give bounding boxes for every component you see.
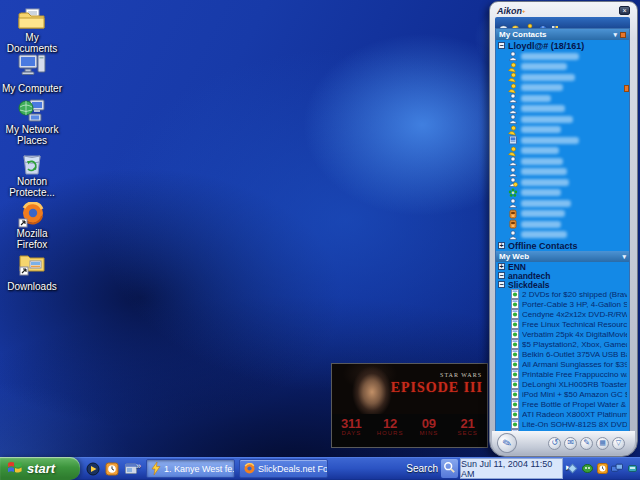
network-icon[interactable] bbox=[611, 463, 623, 475]
feed-item-title: Printable Free Frappuccino w/ ... bbox=[522, 370, 627, 379]
compose-icon[interactable]: ✎ bbox=[580, 437, 593, 450]
contact-row[interactable] bbox=[496, 135, 629, 146]
feed-item-title: DeLonghi XLH005RB Toaster O... bbox=[522, 380, 627, 389]
contact-list bbox=[496, 51, 629, 240]
contact-row[interactable] bbox=[496, 93, 629, 104]
diamond-icon[interactable] bbox=[566, 463, 578, 475]
feed-item[interactable]: Free Linux Technical Resource ... bbox=[496, 319, 629, 329]
feed-item[interactable]: 2 DVDs for $20 shipped (Brave... bbox=[496, 289, 629, 299]
my-web-header[interactable]: My Web ▾ bbox=[496, 251, 629, 262]
feed-item-title: 2 DVDs for $20 shipped (Brave... bbox=[522, 290, 627, 299]
task-button[interactable]: 1. Kanye West fe... bbox=[146, 459, 235, 478]
title-bar[interactable]: Aikon+ × bbox=[494, 4, 633, 17]
search-button[interactable] bbox=[441, 459, 458, 478]
compose-button[interactable]: ✎ bbox=[495, 431, 519, 455]
setup-icon[interactable] bbox=[551, 19, 559, 27]
header-box-button[interactable] bbox=[620, 32, 626, 38]
page-icon bbox=[511, 329, 519, 339]
cycle-arrows-icon[interactable]: ↺ bbox=[548, 437, 561, 450]
web-group-header[interactable]: − Slickdeals bbox=[496, 280, 629, 289]
quicklaunch-overflow-chevron[interactable]: » bbox=[136, 461, 141, 471]
feed-item[interactable]: iPod Mini + $50 Amazon GC $2... bbox=[496, 389, 629, 399]
starwars-countdown-widget[interactable]: STAR WARS EPISODE III 311 DAYS 12 HOURS … bbox=[331, 363, 488, 448]
countdown-row: 311 DAYS 12 HOURS 09 MINS 21 SECS bbox=[332, 414, 487, 447]
contact-row[interactable] bbox=[496, 62, 629, 73]
page-icon bbox=[511, 409, 519, 419]
desktop-icon[interactable]: Downloads bbox=[0, 250, 64, 294]
contact-row[interactable] bbox=[496, 188, 629, 199]
expand-icon[interactable]: + bbox=[498, 263, 505, 270]
feed-item[interactable]: Belkin 6-Outlet 375VA USB Bat... bbox=[496, 349, 629, 359]
feed-item[interactable]: Lite-On SOHW-812S 8X DVD+/... bbox=[496, 419, 629, 429]
task-button[interactable]: SlickDeals.net Fo... bbox=[239, 459, 328, 478]
desktop-icon[interactable]: Norton Protecte... bbox=[0, 150, 64, 200]
desktop-icon[interactable]: Mozilla Firefox bbox=[0, 202, 64, 252]
contact-row[interactable] bbox=[496, 230, 629, 241]
contact-row[interactable] bbox=[496, 83, 629, 94]
device-icon[interactable] bbox=[626, 463, 638, 475]
expand-icon[interactable]: − bbox=[498, 272, 505, 279]
feed-item[interactable]: Verbatim 25pk 4x DigitalMovie ... bbox=[496, 329, 629, 339]
contact-row[interactable] bbox=[496, 146, 629, 157]
eject-icon[interactable]: ▽ bbox=[612, 437, 625, 450]
my-contacts-header[interactable]: My Contacts ▾ bbox=[496, 29, 629, 40]
feed-item[interactable]: Porter-Cable 3 HP, 4-Gallon Si... bbox=[496, 299, 629, 309]
censored-contact-name bbox=[521, 221, 561, 228]
feed-item[interactable]: All Armani Sunglasses for $39 ... bbox=[496, 359, 629, 369]
envelope-icon[interactable]: ✉ bbox=[564, 437, 577, 450]
feed-item[interactable]: Printable Free Frappuccino w/ ... bbox=[496, 369, 629, 379]
countdown-value: 311 bbox=[332, 417, 371, 430]
desktop-icon[interactable]: My Documents bbox=[0, 6, 64, 56]
chevron-down-icon[interactable]: ▾ bbox=[613, 31, 617, 38]
contact-row[interactable] bbox=[496, 51, 629, 62]
feed-item[interactable]: Free Bottle of Propel Water & ... bbox=[496, 399, 629, 409]
feed-item[interactable]: DeLonghi XLH005RB Toaster O... bbox=[496, 379, 629, 389]
windows-icon[interactable]: ▦ bbox=[596, 437, 609, 450]
chat-icon[interactable] bbox=[512, 19, 521, 27]
ql-clock-icon[interactable] bbox=[105, 462, 119, 476]
feed-item-title: Cendyne 4x2x12x DVD-R/RW ... bbox=[522, 310, 627, 319]
chevron-down-icon[interactable]: ▾ bbox=[622, 253, 626, 260]
desktop-icon-label: My Computer bbox=[2, 83, 62, 94]
countdown-value: 21 bbox=[448, 417, 487, 430]
contact-row[interactable] bbox=[496, 104, 629, 115]
offline-contacts-group[interactable]: + Offline Contacts bbox=[496, 240, 629, 251]
im-icon[interactable] bbox=[499, 19, 508, 27]
censored-contact-name bbox=[521, 179, 569, 186]
info-icon[interactable] bbox=[539, 19, 547, 27]
web-group-header[interactable]: − anandtech bbox=[496, 271, 629, 280]
feed-item-title: ATI Radeon X800XT Platinum 8... bbox=[522, 410, 627, 419]
close-button[interactable]: × bbox=[619, 6, 630, 15]
contact-row[interactable] bbox=[496, 114, 629, 125]
search-deskband[interactable]: Search bbox=[392, 457, 458, 480]
feed-item[interactable]: Cendyne 4x2x12x DVD-R/RW ... bbox=[496, 309, 629, 319]
task-button-label: 1. Kanye West fe... bbox=[164, 464, 235, 474]
page-icon bbox=[511, 389, 519, 399]
contact-row[interactable] bbox=[496, 209, 629, 220]
web-group-header[interactable]: + ENN bbox=[496, 262, 629, 271]
feed-item[interactable]: ATI Radeon X800XT Platinum 8... bbox=[496, 409, 629, 419]
desktop-icon[interactable]: My Network Places bbox=[0, 98, 64, 148]
start-button[interactable]: start bbox=[0, 457, 80, 480]
contact-row[interactable] bbox=[496, 167, 629, 178]
contact-row[interactable] bbox=[496, 219, 629, 230]
contact-row[interactable] bbox=[496, 125, 629, 136]
ql-player-icon[interactable] bbox=[86, 462, 100, 476]
buddy-icon[interactable] bbox=[525, 19, 535, 27]
contact-row[interactable] bbox=[496, 177, 629, 188]
expand-icon[interactable]: + bbox=[498, 242, 505, 249]
taskbar: start » 1. Kanye West fe... SlickDeals.n… bbox=[0, 457, 640, 480]
collapse-icon[interactable]: − bbox=[498, 42, 505, 49]
contact-row[interactable] bbox=[496, 72, 629, 83]
page-icon bbox=[511, 419, 519, 429]
desktop-icon[interactable]: My Computer bbox=[0, 52, 64, 96]
scrollbar-thumb[interactable] bbox=[624, 85, 629, 92]
contact-row[interactable] bbox=[496, 156, 629, 167]
messenger-icon[interactable] bbox=[581, 463, 593, 475]
buddy-group-header[interactable]: − Lloydl@# (18/161) bbox=[496, 40, 629, 51]
clock-icon[interactable] bbox=[596, 463, 608, 475]
expand-icon[interactable]: − bbox=[498, 281, 505, 288]
feed-item[interactable]: $5 Playstation2, Xbox, Gamec... bbox=[496, 339, 629, 349]
contact-row[interactable] bbox=[496, 198, 629, 209]
windows-flag-icon bbox=[7, 460, 23, 477]
